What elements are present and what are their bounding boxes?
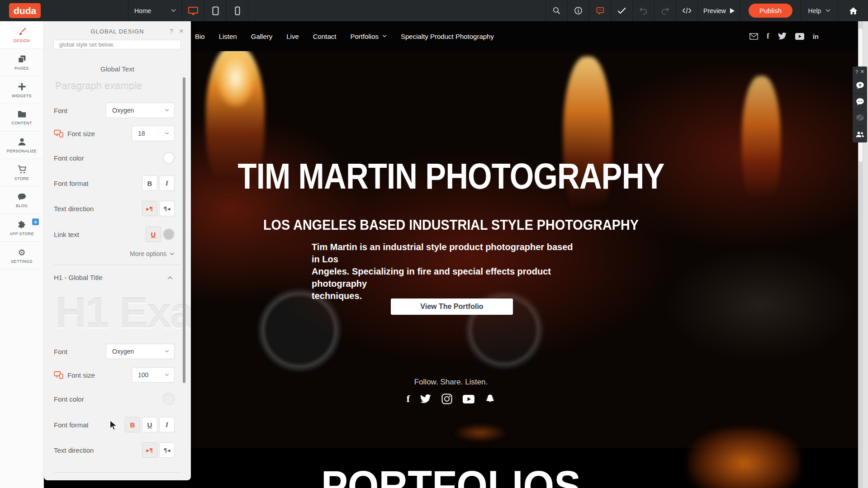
sidebar-item-label: STORE [14,176,29,181]
text-direction-label: Text direction [54,205,94,213]
sidebar-item-widgets[interactable]: WIDGETS [0,76,43,104]
sidebar-item-label: BLOG [16,204,28,208]
sidebar-item-content[interactable]: CONTENT [0,104,43,132]
youtube-icon[interactable] [795,33,804,40]
instagram-icon[interactable] [441,393,452,404]
mobile-view-button[interactable] [226,0,248,21]
sidebar-item-blog[interactable]: BLOG [0,187,43,214]
chevron-down-icon [165,132,169,135]
hero-subtitle: LOS ANGELES BASED INDUSTRIAL STYLE PHOTO… [85,217,817,233]
more-options-link[interactable]: More options [130,250,175,257]
font-color-swatch[interactable] [163,152,175,164]
home-icon [849,7,858,15]
font-select[interactable]: Oxygen [106,103,175,118]
link-underline-button[interactable]: U [146,227,161,242]
toolbar-help-button[interactable]: ? [855,69,858,75]
h1-rtl-button[interactable]: ¶◂ [159,442,175,458]
youtube-icon[interactable] [463,395,474,403]
desktop-view-button[interactable] [182,0,204,21]
preview-button[interactable]: Preview [697,0,740,21]
chevron-up-icon [167,276,173,280]
sidebar-item-personalize[interactable]: PERSONALIZE [0,132,43,159]
redo-button[interactable] [654,0,676,21]
h1-font-select[interactable]: Oxygen [106,344,175,359]
nav-link-portfolios[interactable]: Portfolios [350,33,387,40]
h1-section-header[interactable]: H1 - Global Title [54,274,173,281]
ltr-icon: ▸¶ [147,447,153,454]
help-menu[interactable]: Help [801,0,838,21]
collaborators-icon [855,131,864,138]
hide-comments-button[interactable] [853,110,867,126]
devices-icon [54,371,64,379]
fire-glow [688,427,801,488]
font-size-label: Font size [67,371,95,379]
nav-link-contact[interactable]: Contact [313,33,337,40]
publish-button[interactable]: Publish [749,4,792,18]
person-icon [17,137,27,147]
comments-icon [856,98,864,106]
collaborators-button[interactable] [853,126,867,142]
italic-button[interactable]: I [159,175,175,191]
hide-comments-icon [856,114,864,122]
h1-font-color-swatch[interactable] [163,393,175,405]
info-button[interactable] [567,0,589,21]
play-icon [730,8,735,14]
info-icon [574,6,583,15]
duda-logo[interactable]: duda [9,3,41,18]
toolbar-close-button[interactable]: ✕ [860,69,864,75]
email-icon[interactable] [749,33,758,40]
folder-icon [17,110,27,118]
rtl-icon: ¶◂ [164,205,171,212]
approve-button[interactable] [611,0,632,21]
bold-button[interactable]: B [142,175,157,191]
panel-scrollbar-thumb[interactable] [183,77,185,383]
h1-bold-button[interactable]: B [125,417,140,432]
h1-underline-button[interactable]: U [142,417,157,432]
dashboard-home-button[interactable] [838,0,868,21]
nav-link-bio[interactable]: Bio [195,33,205,40]
font-format-label: Font format [54,180,89,187]
facebook-icon[interactable]: f [767,32,769,41]
dev-mode-button[interactable] [676,0,697,21]
rtl-button[interactable]: ¶◂ [159,201,175,216]
nav-link-specialty[interactable]: Specialty Product Photography [401,33,494,40]
view-portfolio-button[interactable]: View The Portfolio [391,298,513,315]
sidebar-item-label: APP STORE [9,232,34,236]
add-comment-button[interactable] [853,77,867,94]
panel-close-button[interactable]: × [176,27,186,36]
tablet-view-button[interactable] [204,0,226,21]
sidebar-item-label: SETTINGS [11,259,32,264]
twitter-icon[interactable] [778,33,787,40]
nav-link-gallery[interactable]: Gallery [251,33,273,40]
pages-icon [17,54,27,64]
sidebar-item-app-store[interactable]: ★ APP STORE [0,214,43,242]
flame-effect [563,57,612,225]
font-size-select[interactable]: 18 [132,126,175,141]
ltr-button[interactable]: ▸¶ [142,201,157,216]
feedback-button[interactable] [589,0,611,21]
global-text-heading: Global Text [44,65,191,73]
link-color-swatch[interactable] [163,228,175,240]
facebook-icon[interactable]: f [407,393,410,405]
sidebar-item-store[interactable]: STORE [0,159,43,187]
nav-link-live[interactable]: Live [286,33,299,40]
sidebar-item-settings[interactable]: ⚙ SETTINGS [0,242,43,270]
puzzle-icon [17,220,27,229]
sidebar-item-pages[interactable]: PAGES [0,49,43,76]
h1-ltr-button[interactable]: ▸¶ [142,442,157,458]
panel-help-button[interactable]: ? [166,28,176,35]
top-bar: duda Home [0,0,868,21]
h1-italic-button[interactable]: I [159,417,175,432]
linkedin-icon[interactable]: in [813,33,819,40]
twitter-icon[interactable] [420,394,431,403]
comments-list-button[interactable] [853,94,867,110]
page-selector[interactable]: Home [128,0,182,21]
snapchat-icon[interactable] [485,394,495,404]
h1-font-size-select[interactable]: 100 [132,367,175,383]
search-button[interactable] [545,0,567,21]
nav-link-listen[interactable]: Listen [219,33,237,40]
undo-button[interactable] [632,0,654,21]
global-design-panel: GLOBAL DESIGN ? × global style set below… [44,21,191,480]
sidebar-item-design[interactable]: DESIGN [0,21,43,49]
flame-effect [217,51,255,107]
